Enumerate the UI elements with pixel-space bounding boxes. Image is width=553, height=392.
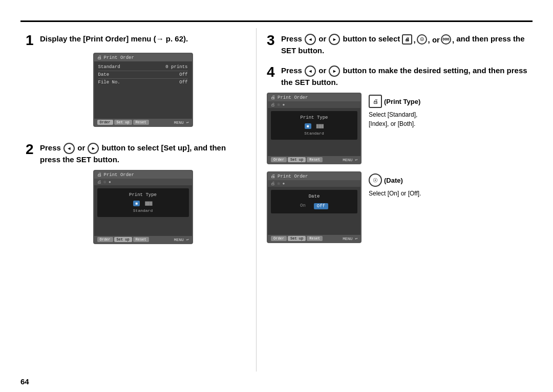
annot-1-text: Select [Standard],[Index], or [Both]. [369,110,417,128]
screen-4-cam-icon: 🖨 [271,173,275,179]
screen-1-body: Standard 0 prints Date Off File No. Off [94,61,192,88]
screen-2-tabs: Order Set up Reset [97,237,149,242]
screen-1-title-bar: 🖨 Print Order [94,54,192,61]
screen-2-back: MENU ↩ [174,237,189,242]
screen-2-dialog: Print Type ■ ███ Standard [97,188,189,217]
screen-3-footer: Order Set up Reset MENU ↩ [268,156,360,163]
step-2-left-btn [63,143,75,154]
screen-1-tab-order: Order [97,120,113,125]
screen-3-title-bar: 🖨 Print Order [268,94,360,101]
screen-3-cam-icon: 🖨 [271,95,275,100]
step-3: 3 Press or button to select 🖨, ☉, or 000… [267,33,527,56]
annotation-1: 🖨 (Print Type) Select [Standard],[Index]… [369,95,420,128]
screen-2-tab-setup: Set up [114,237,132,242]
screen-1-row-3-value: Off [179,80,187,85]
screen-4-options: On Off [275,203,353,209]
annotation-2: ☉ (Date) Select [On] or [Off]. [369,173,421,198]
step-1-text: Display the [Print Order] menu (→ p. 62)… [40,33,188,44]
screen-4-back: MENU ↩ [343,236,357,241]
screen-3-unselected: ███ [316,124,324,128]
screen-2-subtitle: Standard [101,208,185,213]
step-4-screen-2-container: 🖨 Print Order 🖨 ☉ ● Date On Off [267,171,361,243]
annot-2-text: Select [On] or [Off]. [369,189,421,198]
left-column: 1 Display the [Print Order] menu (→ p. 6… [20,28,256,372]
screen-1-row-1: Standard 0 prints [98,63,188,71]
screen-4-icon-row: 🖨 ☉ ● [268,180,360,187]
step-4-screen-1-container: 🖨 Print Order 🖨 ☉ ● Print Type ■ ███ [267,93,361,164]
screen-1-row-3-label: File No. [98,80,120,85]
step-3-header: 3 Press or button to select 🖨, ☉, or 000… [267,33,527,56]
screen-1-row-3: File No. Off [98,79,188,86]
screen-3-dialog: Print Type ■ ███ Standard [271,111,357,140]
step-4-right-btn [329,66,340,77]
step-2-text: Press or button to select [Set up], and … [40,142,246,165]
step-1-screen-container: 🖨 Print Order Standard 0 prints Date Off [40,53,246,127]
screen-4-tab-reset: Reset [307,236,323,241]
step-1-number: 1 [26,33,37,48]
annot-2-icon: ☉ [369,173,382,187]
screen-3-dialog-title: Print Type [275,115,353,120]
screen-1-footer: Order Set up Reset MENU ↩ [94,119,192,126]
screen-1-row-2-value: Off [179,72,187,77]
step-4-screen-2: 🖨 Print Order 🖨 ☉ ● Date On Off [267,171,361,243]
step-4-text: Press or button to make the desired sett… [281,65,527,88]
step-1: 1 Display the [Print Order] menu (→ p. 6… [26,33,246,127]
step-2-right-btn [88,143,99,154]
screen-3-back: MENU ↩ [343,158,357,162]
screen-1-row-1-value: 0 prints [165,64,187,70]
screen-4-tab-setup: Set up [288,236,306,241]
screen-2-title: Print Order [104,172,134,178]
screen-3-icon-row: 🖨 ☉ ● [268,101,360,108]
icon-all: 000 [441,34,451,45]
screen-4-tabs: Order Set up Reset [271,236,323,241]
step-1-screen: 🖨 Print Order Standard 0 prints Date Off [93,53,193,127]
screen-4-option-on: On [300,203,306,209]
annot-1-icon: 🖨 [369,95,382,108]
screen-2-unselected: ███ [145,201,152,206]
screen-2-tab-reset: Reset [133,237,149,242]
screen-2-title-bar: 🖨 Print Order [94,171,192,179]
screen-2-options: ■ ███ [101,201,185,206]
screen-2-tab-order: Order [97,237,113,242]
screen-1-title: Print Order [104,55,134,60]
screen-4-footer: Order Set up Reset MENU ↩ [268,235,360,242]
screen-4-tab-order: Order [271,236,287,241]
step-4-screen-2-row: 🖨 Print Order 🖨 ☉ ● Date On Off [267,171,527,243]
top-border [20,20,533,22]
screen-1-row-1-label: Standard [98,64,120,70]
step-4-left-btn [305,66,316,77]
screen-2-footer: Order Set up Reset MENU ↩ [94,236,192,243]
step-3-right-btn [329,34,340,45]
screen-4-dialog: Date On Off [271,190,357,213]
page-number: 64 [20,377,29,386]
screen-4-title-bar: 🖨 Print Order [268,172,360,180]
screen-3-tab-setup: Set up [288,157,306,162]
step-3-number: 3 [267,33,278,48]
step-4-screen-1-row: 🖨 Print Order 🖨 ☉ ● Print Type ■ ███ [267,93,527,164]
step-4-screens: 🖨 Print Order 🖨 ☉ ● Print Type ■ ███ [267,93,527,243]
page-content: 1 Display the [Print Order] menu (→ p. 6… [20,28,533,372]
step-2-header: 2 Press or button to select [Set up], an… [26,142,246,165]
step-4: 4 Press or button to make the desired se… [267,65,527,243]
step-3-text: Press or button to select 🖨, ☉, or 000, … [281,33,527,56]
step-4-screen-1: 🖨 Print Order 🖨 ☉ ● Print Type ■ ███ [267,93,361,164]
step-4-number: 4 [267,65,278,79]
screen-3-selected: ■ [305,123,311,129]
screen-3-tab-order: Order [271,157,287,162]
step-2-number: 2 [26,142,37,157]
step-1-header: 1 Display the [Print Order] menu (→ p. 6… [26,33,246,48]
icon-print-type: 🖨 [402,34,412,45]
step-2-screen: 🖨 Print Order 🖨 ☉ ● Print Type ■ ███ Sta… [93,170,193,244]
step-2-screen-container: 🖨 Print Order 🖨 ☉ ● Print Type ■ ███ Sta… [40,170,246,244]
screen-3-options: ■ ███ [275,123,353,129]
screen-1-tabs: Order Set up Reset [97,120,149,125]
step-2: 2 Press or button to select [Set up], an… [26,142,246,244]
screen-3-subtitle: Standard [275,131,353,136]
screen-4-dialog-title: Date [275,194,353,199]
right-column: 3 Press or button to select 🖨, ☉, or 000… [256,28,533,372]
screen-2-cam-icon: 🖨 [97,172,102,178]
screen-2-selected: ■ [133,201,140,206]
screen-1-tab-reset: Reset [133,120,149,125]
screen-2-dialog-title: Print Type [101,192,185,198]
screen-2-icon-row: 🖨 ☉ ● [94,179,192,185]
